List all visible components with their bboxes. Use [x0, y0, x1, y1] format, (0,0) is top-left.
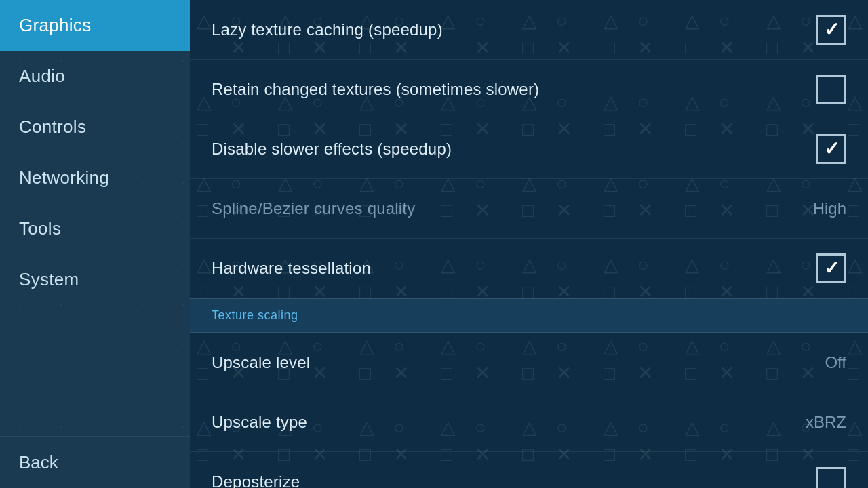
sidebar-item-graphics[interactable]: Graphics [0, 0, 190, 51]
setting-row-disable-slower-effects[interactable]: Disable slower effects (speedup) [190, 119, 868, 179]
checkbox-lazy-texture-caching[interactable] [816, 15, 846, 45]
setting-row-retain-changed-textures[interactable]: Retain changed textures (sometimes slowe… [190, 60, 868, 119]
setting-label-upscale-type: Upscale type [212, 413, 307, 432]
setting-label-hardware-tessellation: Hardware tessellation [212, 259, 371, 278]
setting-label-deposterize: Deposterize [212, 472, 300, 489]
sidebar-item-system[interactable]: System [0, 254, 190, 305]
checkbox-retain-changed-textures[interactable] [816, 75, 846, 104]
setting-value-upscale-level: Off [825, 353, 846, 372]
sidebar-item-networking[interactable]: Networking [0, 152, 190, 203]
setting-value-spline-bezier-quality: High [813, 199, 846, 218]
section-header-text-texture-scaling: Texture scaling [212, 308, 298, 322]
setting-label-spline-bezier-quality: Spline/Bezier curves quality [212, 199, 415, 218]
setting-row-lazy-texture-caching[interactable]: Lazy texture caching (speedup) [190, 0, 868, 60]
checkbox-deposterize[interactable] [816, 467, 846, 489]
settings-list[interactable]: Lazy texture caching (speedup)Retain cha… [190, 0, 868, 488]
setting-label-lazy-texture-caching: Lazy texture caching (speedup) [212, 20, 443, 39]
setting-row-hardware-tessellation[interactable]: Hardware tessellation [190, 239, 868, 298]
back-button[interactable]: Back [0, 436, 190, 488]
setting-row-spline-bezier-quality[interactable]: Spline/Bezier curves qualityHigh [190, 179, 868, 239]
section-header-texture-scaling: Texture scaling [190, 298, 868, 333]
sidebar-item-audio[interactable]: Audio [0, 51, 190, 102]
setting-row-deposterize[interactable]: Deposterize [190, 452, 868, 488]
setting-label-disable-slower-effects: Disable slower effects (speedup) [212, 140, 452, 159]
setting-label-retain-changed-textures: Retain changed textures (sometimes slowe… [212, 80, 539, 99]
setting-label-upscale-level: Upscale level [212, 353, 310, 372]
sidebar-item-tools[interactable]: Tools [0, 203, 190, 254]
checkbox-disable-slower-effects[interactable] [816, 134, 846, 164]
setting-value-upscale-type: xBRZ [806, 413, 846, 432]
checkbox-hardware-tessellation[interactable] [816, 253, 846, 283]
sidebar: GraphicsAudioControlsNetworkingToolsSyst… [0, 0, 190, 488]
setting-row-upscale-level[interactable]: Upscale levelOff [190, 333, 868, 392]
sidebar-item-controls[interactable]: Controls [0, 102, 190, 152]
main-content: Lazy texture caching (speedup)Retain cha… [190, 0, 868, 488]
setting-row-upscale-type[interactable]: Upscale typexBRZ [190, 392, 868, 452]
